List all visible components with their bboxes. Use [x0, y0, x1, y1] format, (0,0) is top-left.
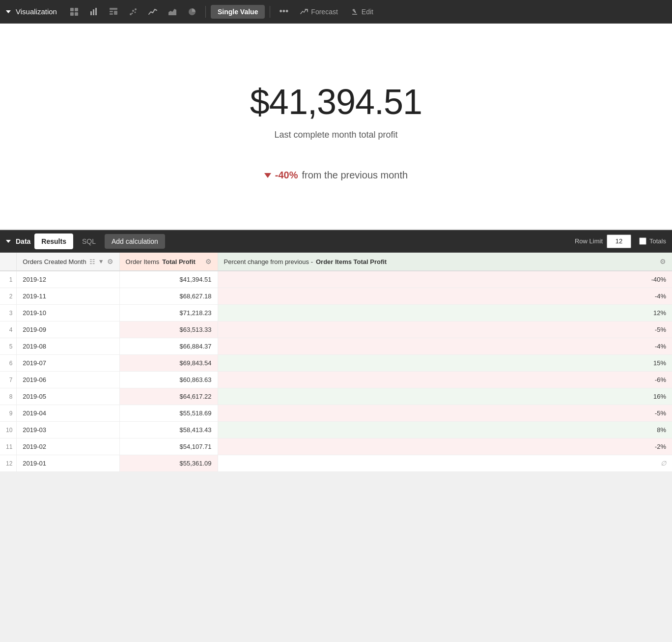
- comparison-row: -40% from the previous month: [264, 170, 408, 181]
- data-section-title: Data: [6, 237, 30, 245]
- profit-cell: $58,413.43: [119, 422, 218, 438]
- data-title-label: Data: [16, 237, 30, 245]
- row-number: 9: [0, 405, 17, 422]
- month-cell: 2019-09: [17, 321, 119, 338]
- month-cell: 2019-02: [17, 438, 119, 455]
- main-value: $41,394.51: [250, 82, 422, 122]
- pct-change-header: Percent change from previous - Order Ite…: [218, 253, 672, 271]
- data-toolbar: Data Results SQL Add calculation Row Lim…: [0, 230, 672, 253]
- comparison-pct: -40%: [275, 170, 298, 181]
- table-row: 72019-06$60,863.63-6%: [0, 372, 672, 388]
- svg-rect-4: [90, 11, 92, 15]
- svg-rect-0: [70, 8, 74, 11]
- table-viz-btn[interactable]: [66, 3, 83, 20]
- line-viz-btn[interactable]: [144, 3, 161, 20]
- row-number: 12: [0, 455, 17, 472]
- month-cell: 2019-12: [17, 271, 119, 288]
- profit-cell: $71,218.23: [119, 305, 218, 321]
- month-cell: 2019-10: [17, 305, 119, 321]
- row-limit-label: Row Limit: [575, 237, 603, 245]
- total-profit-header-pre: Order Items: [126, 258, 160, 265]
- data-collapse-icon[interactable]: [6, 240, 11, 243]
- month-cell: 2019-05: [17, 388, 119, 405]
- toolbar-sep-2: [270, 6, 270, 18]
- svg-rect-10: [114, 11, 117, 15]
- value-label: Last complete month total profit: [274, 130, 397, 140]
- pct-cell: 8%: [218, 422, 672, 438]
- table-row: 82019-05$64,617.2216%: [0, 388, 672, 405]
- profit-cell: $69,843.54: [119, 355, 218, 372]
- pct-cell: -2%: [218, 438, 672, 455]
- results-tab[interactable]: Results: [34, 233, 73, 249]
- comparison-text: from the previous month: [302, 170, 408, 181]
- row-number: 6: [0, 355, 17, 372]
- edit-btn[interactable]: Edit: [346, 5, 378, 19]
- row-number: 5: [0, 338, 17, 355]
- month-cell: 2019-07: [17, 355, 119, 372]
- edit-icon: [351, 8, 359, 16]
- scatter-viz-btn[interactable]: [125, 3, 141, 20]
- row-number: 2: [0, 288, 17, 305]
- filter-icon[interactable]: ☷: [89, 258, 95, 265]
- pct-header-bold: Order Items Total Profit: [316, 258, 387, 265]
- total-profit-gear-icon[interactable]: ⚙: [205, 258, 212, 265]
- viz-collapse-icon[interactable]: [6, 10, 11, 13]
- area-viz-btn[interactable]: [164, 3, 181, 20]
- single-value-viz-btn[interactable]: Single Value: [211, 5, 265, 19]
- totals-checkbox[interactable]: [639, 237, 646, 245]
- table-row: 112019-02$54,107.71-2%: [0, 438, 672, 455]
- trend-down-icon: [264, 173, 271, 178]
- pie-viz-btn[interactable]: [184, 3, 200, 20]
- row-number: 10: [0, 422, 17, 438]
- pct-gear-icon[interactable]: ⚙: [660, 258, 666, 265]
- row-limit-section: Row Limit: [575, 234, 631, 248]
- add-calculation-btn[interactable]: Add calculation: [105, 234, 165, 249]
- pct-cell: -4%: [218, 338, 672, 355]
- more-options-btn[interactable]: •••: [275, 4, 292, 19]
- row-number: 4: [0, 321, 17, 338]
- table-row: 122019-01$55,361.09∅: [0, 455, 672, 472]
- results-table: Orders Created Month ☷ ▼ ⚙ Order Items T…: [0, 253, 672, 472]
- table-row: 22019-11$68,627.18-4%: [0, 288, 672, 305]
- forecast-label: Forecast: [311, 8, 337, 16]
- row-number: 8: [0, 388, 17, 405]
- total-profit-header-bold: Total Profit: [162, 258, 196, 265]
- top-toolbar: Visualization: [0, 0, 672, 24]
- row-num-header: [0, 253, 17, 271]
- pivot-icon: [109, 7, 118, 16]
- row-number: 7: [0, 372, 17, 388]
- table-row: 12019-12$41,394.51-40%: [0, 271, 672, 288]
- svg-marker-16: [168, 9, 176, 15]
- svg-rect-8: [110, 11, 113, 12]
- pct-header-pre: Percent change from previous -: [224, 258, 313, 265]
- pct-cell: -40%: [218, 271, 672, 288]
- row-number: 11: [0, 438, 17, 455]
- bar-chart-viz-btn[interactable]: [85, 3, 102, 20]
- toolbar-sep-1: [205, 6, 206, 18]
- area-chart-icon: [168, 7, 177, 16]
- sql-tab[interactable]: SQL: [75, 233, 103, 249]
- pct-cell: 16%: [218, 388, 672, 405]
- table-row: 42019-09$63,513.33-5%: [0, 321, 672, 338]
- line-chart-icon: [148, 7, 157, 16]
- forecast-btn[interactable]: Forecast: [295, 5, 342, 19]
- null-value: ∅: [661, 460, 666, 467]
- pct-cell: -5%: [218, 405, 672, 422]
- sort-down-icon[interactable]: ▼: [98, 258, 104, 265]
- svg-point-15: [134, 11, 136, 13]
- table-row: 52019-08$66,884.37-4%: [0, 338, 672, 355]
- pivot-viz-btn[interactable]: [105, 3, 122, 20]
- table-body: 12019-12$41,394.51-40%22019-11$68,627.18…: [0, 271, 672, 472]
- profit-cell: $68,627.18: [119, 288, 218, 305]
- svg-rect-7: [110, 8, 117, 10]
- svg-point-13: [135, 8, 137, 10]
- table-row: 92019-04$55,518.69-5%: [0, 405, 672, 422]
- profit-cell: $41,394.51: [119, 271, 218, 288]
- totals-label: Totals: [649, 237, 666, 245]
- row-limit-input[interactable]: [607, 234, 631, 248]
- orders-month-gear-icon[interactable]: ⚙: [107, 258, 113, 265]
- svg-rect-5: [93, 9, 94, 15]
- month-cell: 2019-06: [17, 372, 119, 388]
- viz-title-label: Visualization: [16, 7, 57, 16]
- pct-cell: 12%: [218, 305, 672, 321]
